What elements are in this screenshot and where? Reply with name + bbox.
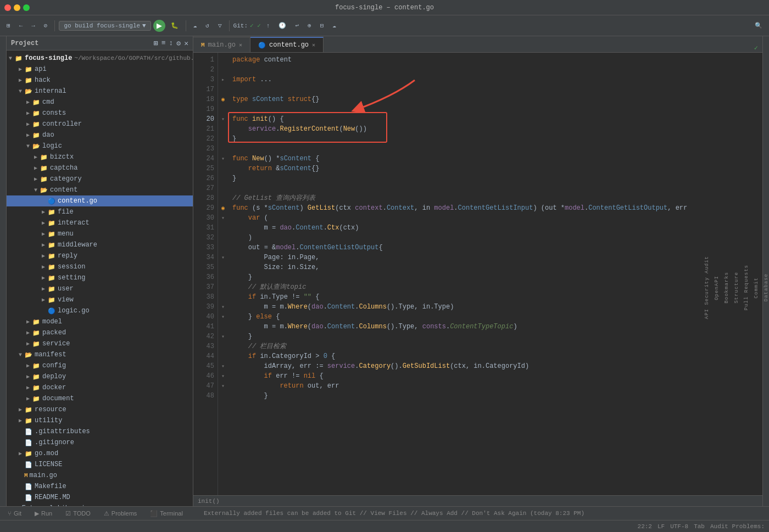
status-audit[interactable]: Audit Problems:	[710, 523, 765, 530]
rs-commit[interactable]: Commit	[754, 277, 759, 298]
git-icon-clock[interactable]: 🕐	[275, 21, 289, 30]
g-24[interactable]: ▾	[218, 154, 228, 164]
tree-item-category[interactable]: ▶ 📁 category	[7, 173, 193, 184]
rs-pull-requests[interactable]: Pull Requests	[744, 265, 749, 310]
close-button[interactable]	[4, 4, 11, 11]
tree-item-reply[interactable]: ▶ 📁 reply	[7, 250, 193, 261]
tree-item-gomod[interactable]: ▶ 📁 go.mod	[7, 448, 193, 459]
project-icon[interactable]: ⊞	[3, 21, 14, 30]
g-39[interactable]: ▾	[218, 312, 228, 322]
tree-item-packed[interactable]: ▶ 📁 packed	[7, 327, 193, 338]
git-icon-push[interactable]: ↑	[263, 21, 274, 30]
maximize-button[interactable]	[23, 4, 30, 11]
toolbar-icon-1[interactable]: ⊘	[41, 21, 51, 30]
g-20[interactable]: ▾	[218, 114, 228, 124]
rs-bookmarks[interactable]: Bookmarks	[724, 272, 729, 304]
tree-item-controller[interactable]: ▶ 📁 controller	[7, 119, 193, 130]
g-29b[interactable]: ▾	[218, 213, 228, 223]
tree-item-gitattributes[interactable]: 📄 .gitattributes	[7, 426, 193, 437]
git-icon-6[interactable]: ⊕	[304, 21, 315, 30]
tree-item-utility[interactable]: ▶ 📁 utility	[7, 415, 193, 426]
g-3[interactable]: ▸	[218, 75, 228, 85]
forward-button[interactable]: →	[28, 21, 38, 30]
rs-api-security[interactable]: API Security Audit	[704, 256, 710, 319]
git-icon-5[interactable]: ↩	[292, 21, 302, 30]
tree-item-logic[interactable]: ▼ 📂 logic	[7, 141, 193, 152]
tab-main-go[interactable]: M main.go ✕	[193, 37, 250, 52]
git-icon-8[interactable]: ☁	[329, 21, 339, 30]
tree-item-main-go[interactable]: M main.go	[7, 470, 193, 481]
tree-item-content[interactable]: ▼ 📂 content	[7, 184, 193, 195]
tree-item-file[interactable]: ▶ 📁 file	[7, 206, 193, 217]
tree-item-hack[interactable]: ▶ 📁 hack	[7, 75, 193, 86]
tree-item-service[interactable]: ▶ 📁 service	[7, 338, 193, 349]
back-button[interactable]: ←	[16, 21, 26, 30]
tree-item-captcha[interactable]: ▶ 📁 captcha	[7, 163, 193, 173]
tree-item-cmd[interactable]: ▶ 📁 cmd	[7, 97, 193, 108]
rs-structure[interactable]: Structure	[734, 272, 739, 304]
tree-item-readme[interactable]: 📄 README.MD	[7, 492, 193, 503]
tree-item-menu[interactable]: ▶ 📁 menu	[7, 228, 193, 239]
panel-icon-sort[interactable]: ↕	[169, 39, 174, 48]
tree-item-user[interactable]: ▶ 📁 user	[7, 283, 193, 294]
tree-item-api[interactable]: ▶ 📁 api	[7, 64, 193, 75]
code-content[interactable]: package content import ... type sContent…	[228, 53, 762, 495]
tab-content-go[interactable]: 🔵 content.go ✕	[250, 37, 324, 52]
g-33[interactable]: ▾	[218, 253, 228, 262]
tree-item-resource[interactable]: ▶ 📁 resource	[7, 404, 193, 415]
g-45[interactable]: ▾	[218, 371, 228, 381]
panel-icon-list[interactable]: ≡	[161, 39, 166, 48]
problems-bottom-btn[interactable]: ⚠ Problems	[101, 509, 140, 518]
tree-item-external-libs[interactable]: ▶ ⊞ External Libraries	[7, 503, 193, 506]
run-bottom-btn[interactable]: ▶ Run	[31, 509, 55, 518]
tree-item-view[interactable]: ▶ 📁 view	[7, 294, 193, 305]
rs-openapi[interactable]: OpenAPI	[714, 276, 720, 300]
g-38[interactable]: ▾	[218, 302, 228, 312]
terminal-bottom-btn[interactable]: ⬛ Terminal	[147, 509, 186, 518]
tree-item-session[interactable]: ▶ 📁 session	[7, 261, 193, 272]
debug-button[interactable]: 🐛	[168, 21, 182, 30]
tree-item-manifest[interactable]: ▼ 📂 manifest	[7, 349, 193, 360]
tree-item-dao[interactable]: ▶ 📁 dao	[7, 130, 193, 141]
g-44[interactable]: ▾	[218, 361, 228, 371]
tab-content-go-close[interactable]: ✕	[312, 42, 315, 48]
tab-main-go-close[interactable]: ✕	[239, 42, 242, 48]
run-config-dropdown[interactable]: go build focus-single ▼	[59, 21, 151, 31]
status-indent[interactable]: Tab	[694, 523, 705, 530]
tree-item-internal[interactable]: ▼ 📂 internal	[7, 86, 193, 97]
tree-item-makefile[interactable]: 📄 Makefile	[7, 481, 193, 492]
tree-item-model[interactable]: ▶ 📁 model	[7, 316, 193, 327]
g-46[interactable]: ▾	[218, 381, 228, 391]
g-41[interactable]: ▾	[218, 332, 228, 341]
tree-item-setting[interactable]: ▶ 📁 setting	[7, 272, 193, 283]
tree-item-interact[interactable]: ▶ 📁 interact	[7, 217, 193, 228]
tree-item-logic-go[interactable]: 🔵 logic.go	[7, 305, 193, 316]
tree-item-bizctx[interactable]: ▶ 📁 bizctx	[7, 152, 193, 163]
tree-item-middleware[interactable]: ▶ 📁 middleware	[7, 239, 193, 250]
git-icon-7[interactable]: ⊟	[317, 21, 327, 30]
tree-item-consts[interactable]: ▶ 📁 consts	[7, 108, 193, 119]
status-charset[interactable]: UTF-8	[670, 523, 688, 530]
run-button[interactable]: ▶	[153, 20, 165, 32]
tree-root[interactable]: ▼ 📁 focus-single ~/Workspace/Go/GOPATH/s…	[7, 53, 193, 64]
tree-item-license[interactable]: 📄 LICENSE	[7, 459, 193, 470]
tree-item-content-go[interactable]: 🔵 content.go	[7, 195, 193, 206]
tree-item-config[interactable]: ▶ 📁 config	[7, 360, 193, 371]
toolbar-icon-3[interactable]: ↺	[202, 21, 213, 30]
panel-icon-settings[interactable]: ⚙	[176, 39, 181, 48]
tree-item-docker[interactable]: ▶ 📁 docker	[7, 382, 193, 393]
code-editor[interactable]: 1 2 3 17 18 19 20 21 22 23 24 25 26 27 2…	[193, 53, 762, 495]
tree-item-gitignore[interactable]: 📄 .gitignore	[7, 437, 193, 448]
panel-icon-layout[interactable]: ⊞	[154, 39, 158, 48]
todo-bottom-btn[interactable]: ☑ TODO	[62, 509, 94, 518]
tree-item-document[interactable]: ▶ 📁 document	[7, 393, 193, 404]
minimize-button[interactable]	[14, 4, 20, 11]
search-toolbar-button[interactable]: 🔍	[751, 21, 766, 30]
toolbar-icon-4[interactable]: ▽	[215, 21, 225, 30]
toolbar-icon-2[interactable]: ☁	[190, 21, 200, 30]
git-bottom-btn[interactable]: ⑂ Git	[4, 509, 25, 518]
status-encoding[interactable]: LF	[657, 523, 665, 530]
panel-icon-close[interactable]: ✕	[184, 39, 188, 48]
status-position[interactable]: 22:2	[638, 523, 652, 530]
rs-database[interactable]: Database	[764, 273, 769, 301]
